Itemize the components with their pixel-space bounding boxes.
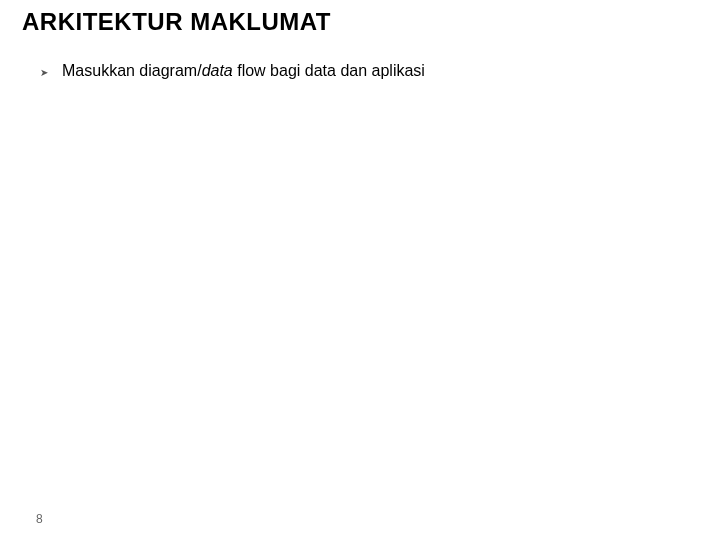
slide-title: ARKITEKTUR MAKLUMAT <box>22 8 331 36</box>
bullet-marker-icon: ➤ <box>40 65 48 81</box>
bullet-text-italic: data <box>202 62 233 79</box>
bullet-list: ➤ Masukkan diagram/data flow bagi data d… <box>40 60 425 82</box>
bullet-text-after: flow bagi data dan aplikasi <box>233 62 425 79</box>
page-number: 8 <box>36 512 43 526</box>
list-item: ➤ Masukkan diagram/data flow bagi data d… <box>40 60 425 82</box>
bullet-text: Masukkan diagram/data flow bagi data dan… <box>62 60 425 82</box>
bullet-text-before: Masukkan diagram/ <box>62 62 202 79</box>
